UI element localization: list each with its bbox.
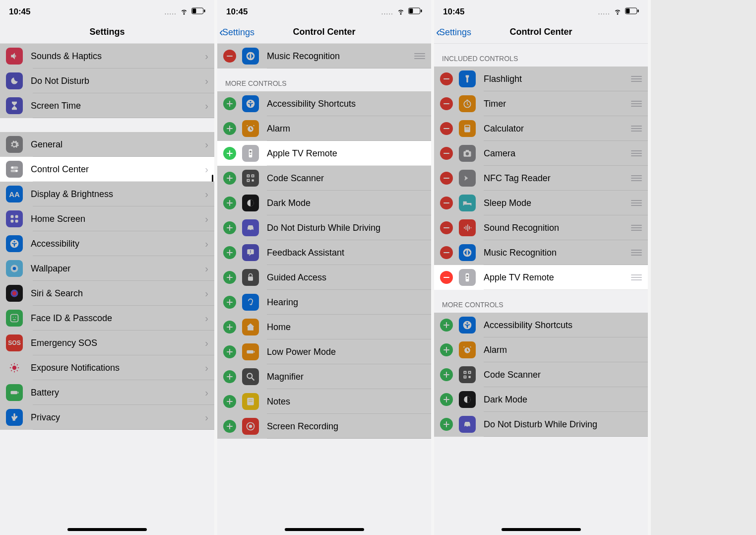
row-timer[interactable]: Timer: [434, 91, 648, 116]
add-button[interactable]: [223, 370, 236, 383]
row-music-recognition[interactable]: Music Recognition: [434, 240, 648, 265]
home-indicator[interactable]: [67, 528, 147, 531]
row-accessibility-shortcuts[interactable]: Accessibility Shortcuts: [217, 91, 431, 116]
reorder-handle[interactable]: [631, 250, 642, 256]
row-exposure-notifications[interactable]: Exposure Notifications›: [0, 355, 214, 380]
row-alarm[interactable]: Alarm: [217, 116, 431, 141]
reorder-handle[interactable]: [631, 225, 642, 231]
add-button[interactable]: [223, 221, 236, 234]
row-home[interactable]: Home: [217, 315, 431, 339]
home-indicator[interactable]: [502, 528, 581, 531]
add-button[interactable]: [223, 197, 236, 209]
remove-button[interactable]: [440, 122, 453, 135]
row-feedback-assistant[interactable]: !Feedback Assistant: [217, 240, 431, 265]
remove-button[interactable]: [440, 271, 453, 284]
svg-point-4: [11, 167, 13, 169]
row-home-screen[interactable]: Home Screen›: [0, 206, 214, 231]
add-button[interactable]: [440, 418, 453, 431]
row-music-recognition[interactable]: Music Recognition: [217, 44, 431, 68]
reorder-handle[interactable]: [631, 200, 642, 206]
svg-rect-47: [248, 276, 253, 280]
reorder-handle[interactable]: [631, 101, 642, 107]
row-siri-search[interactable]: Siri & Search›: [0, 281, 214, 306]
home-indicator[interactable]: [285, 528, 364, 531]
row-wallpaper[interactable]: Wallpaper›: [0, 256, 214, 281]
add-button[interactable]: [223, 321, 236, 334]
row-screen-recording[interactable]: Screen Recording: [217, 414, 431, 439]
reorder-handle[interactable]: [414, 53, 425, 59]
row-low-power-mode[interactable]: Low Power Mode: [217, 339, 431, 364]
row-label: Dark Mode: [267, 198, 425, 208]
row-screen-time[interactable]: Screen Time›: [0, 93, 214, 118]
add-button[interactable]: [223, 395, 236, 408]
row-nfc-tag-reader[interactable]: NFC Tag Reader: [434, 166, 648, 191]
camera-icon: [459, 145, 476, 162]
row-accessibility[interactable]: Accessibility›: [0, 231, 214, 256]
row-dark-mode[interactable]: Dark Mode: [434, 387, 648, 412]
row-do-not-disturb-while-driving[interactable]: Do Not Disturb While Driving: [434, 412, 648, 437]
chevron-right-icon: ›: [205, 164, 208, 175]
add-button[interactable]: [223, 147, 236, 160]
row-sounds-haptics[interactable]: Sounds & Haptics›: [0, 44, 214, 68]
row-general[interactable]: General›: [0, 132, 214, 157]
row-do-not-disturb[interactable]: Do Not Disturb›: [0, 68, 214, 93]
remove-button[interactable]: [440, 97, 453, 110]
remove-button[interactable]: [440, 197, 453, 209]
reorder-handle[interactable]: [631, 76, 642, 82]
remove-button[interactable]: [440, 72, 453, 85]
page-title: Control Center: [510, 27, 572, 37]
row-alarm[interactable]: Alarm: [434, 337, 648, 362]
row-apple-tv-remote[interactable]: Apple TV Remote: [217, 141, 431, 166]
add-button[interactable]: [223, 97, 236, 110]
row-code-scanner[interactable]: Code Scanner: [217, 166, 431, 191]
row-accessibility-shortcuts[interactable]: Accessibility Shortcuts: [434, 313, 648, 337]
reorder-handle[interactable]: [631, 126, 642, 132]
remove-button[interactable]: [440, 172, 453, 185]
add-button[interactable]: [223, 122, 236, 135]
back-button[interactable]: ‹ Settings: [436, 21, 471, 44]
back-button[interactable]: ‹ Settings: [219, 21, 254, 44]
status-time: 10:45: [9, 7, 30, 17]
reorder-handle[interactable]: [631, 274, 642, 280]
remove-button[interactable]: [440, 147, 453, 160]
row-label: Notes: [267, 397, 425, 407]
row-code-scanner[interactable]: Code Scanner: [434, 362, 648, 387]
row-sleep-mode[interactable]: Sleep Mode: [434, 191, 648, 215]
row-face-id-passcode[interactable]: Face ID & Passcode›: [0, 306, 214, 331]
row-privacy[interactable]: Privacy›: [0, 405, 214, 430]
add-button[interactable]: [440, 343, 453, 356]
row-battery[interactable]: Battery›: [0, 380, 214, 405]
add-button[interactable]: [223, 296, 236, 309]
row-dark-mode[interactable]: Dark Mode: [217, 191, 431, 215]
row-display-brightness[interactable]: AADisplay & Brightness›: [0, 182, 214, 206]
add-button[interactable]: [223, 420, 236, 433]
reorder-handle[interactable]: [631, 175, 642, 181]
remove-button[interactable]: [440, 221, 453, 234]
add-button[interactable]: [223, 271, 236, 284]
row-camera[interactable]: Camera: [434, 141, 648, 166]
row-calculator[interactable]: Calculator: [434, 116, 648, 141]
row-sound-recognition[interactable]: Sound Recognition: [434, 215, 648, 240]
row-apple-tv-remote[interactable]: Apple TV Remote: [434, 265, 648, 290]
hand-icon: [6, 409, 23, 426]
remove-button[interactable]: [440, 246, 453, 259]
add-button[interactable]: [440, 368, 453, 381]
row-label: Alarm: [484, 345, 642, 355]
svg-point-39: [250, 151, 252, 153]
row-control-center[interactable]: Control Center›: [0, 157, 214, 182]
remove-button[interactable]: [223, 50, 236, 63]
add-button[interactable]: [440, 319, 453, 332]
add-button[interactable]: [223, 246, 236, 259]
row-flashlight[interactable]: Flashlight: [434, 67, 648, 91]
row-notes[interactable]: Notes: [217, 389, 431, 414]
row-magnifier[interactable]: Magnifier: [217, 364, 431, 389]
row-do-not-disturb-while-driving[interactable]: Do Not Disturb While Driving: [217, 215, 431, 240]
reorder-handle[interactable]: [631, 150, 642, 156]
add-button[interactable]: [440, 393, 453, 406]
row-hearing[interactable]: Hearing: [217, 290, 431, 315]
row-guided-access[interactable]: Guided Access: [217, 265, 431, 290]
add-button[interactable]: [223, 172, 236, 185]
row-emergency-sos[interactable]: SOSEmergency SOS›: [0, 331, 214, 355]
add-button[interactable]: [223, 345, 236, 358]
svg-rect-81: [466, 278, 468, 279]
